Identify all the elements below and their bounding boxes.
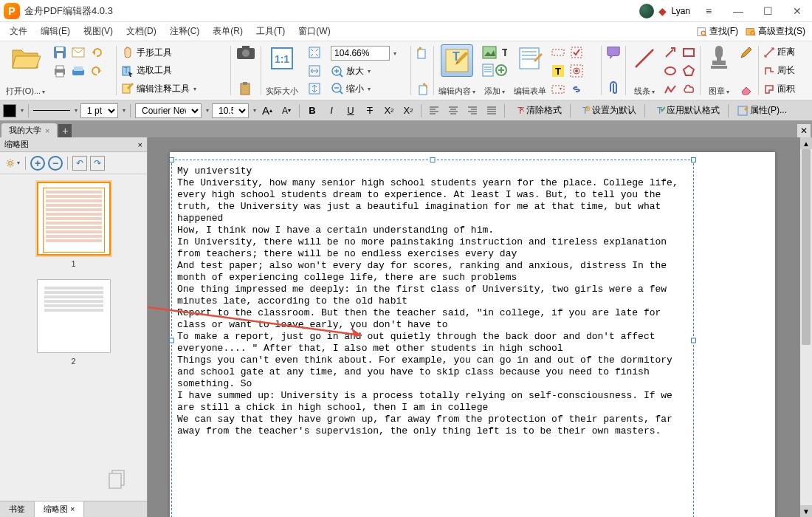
scroll-thumb[interactable] [802,149,811,345]
rotate-right-icon[interactable] [414,81,430,97]
line-width-select[interactable]: 1 pt [80,103,118,118]
properties-button[interactable]: 属性(P)... [733,103,791,118]
align-right-icon[interactable] [464,103,481,118]
sticky-note-icon[interactable] [605,44,622,61]
menu-edit[interactable]: 编辑(E) [35,23,76,40]
arrow-icon[interactable] [662,44,678,61]
link-tool-icon[interactable] [568,81,585,97]
pentagon-icon[interactable] [681,63,697,79]
pencil-icon[interactable] [738,44,754,61]
add-label[interactable]: 添加▾ [484,86,505,97]
close-button[interactable]: ✕ [786,4,808,18]
save-icon[interactable] [52,44,68,61]
menu-file[interactable]: 文件 [4,23,33,40]
underline-icon[interactable]: U [343,103,359,118]
fit-height-icon[interactable] [306,81,323,97]
area-button[interactable]: 面积 [763,83,795,95]
thumbnails-tab[interactable]: 缩略图 × [35,501,84,517]
minimize-button[interactable]: — [727,4,749,18]
resize-handle[interactable] [691,157,696,162]
undo-icon[interactable] [89,44,105,61]
font-size-select[interactable]: 10.5 p [212,103,249,118]
edit-content-label[interactable]: 编辑内容▾ [438,86,475,97]
apply-default-button[interactable]: T应用默认格式 [650,103,723,118]
hand-tool-button[interactable]: 手形工具 [121,46,172,59]
add-image-icon[interactable]: T [481,44,508,61]
menu-tools[interactable]: 工具(T) [250,23,291,40]
radio-icon[interactable] [568,63,585,79]
edit-content-icon[interactable]: T [441,44,473,77]
perimeter-button[interactable]: 周长 [763,64,795,77]
edit-form-icon[interactable] [516,44,544,72]
text-color-swatch[interactable] [3,104,16,117]
polyline-icon[interactable] [662,81,678,97]
thumb-zoom-in-icon[interactable]: + [30,156,45,171]
menu-document[interactable]: 文档(D) [120,23,162,40]
open-label[interactable]: 打开(O)...▾ [6,86,45,97]
scroll-down-icon[interactable]: ▼ [800,505,812,517]
hamburger-icon[interactable]: ≡ [698,4,720,18]
maximize-button[interactable]: ☐ [757,4,779,18]
actual-size-icon[interactable]: 1:1 [268,44,296,72]
stamp-label[interactable]: 图章▾ [709,86,729,97]
resize-handle[interactable] [430,157,436,162]
strikethrough-icon[interactable]: T [362,103,378,118]
close-thumbnail-icon[interactable]: × [138,140,142,149]
menu-view[interactable]: 视图(V) [78,23,119,40]
attach-icon[interactable] [605,81,622,97]
thumbnail-item[interactable]: 1 [7,182,140,268]
document-text[interactable]: My university The University, how many s… [177,165,687,437]
scroll-up-icon[interactable]: ▲ [800,137,812,149]
add-doc-icon[interactable] [481,62,508,78]
distance-button[interactable]: 距离 [763,46,795,58]
menu-window[interactable]: 窗口(W) [292,23,336,40]
cloud-icon[interactable] [681,81,697,97]
clear-format-button[interactable]: T清除格式 [509,103,565,118]
increase-font-icon[interactable]: A▴ [259,103,275,118]
page-viewport[interactable]: My university The University, how many s… [148,137,800,517]
bold-icon[interactable]: B [304,103,320,118]
text-tool-icon[interactable]: T [550,63,566,79]
add-tab-button[interactable]: + [58,124,72,137]
fit-page-icon[interactable] [306,44,323,61]
thumb-rotate-ccw-icon[interactable]: ↶ [72,156,87,171]
redo-icon[interactable] [89,63,105,79]
combo-icon[interactable] [550,81,566,97]
align-justify-icon[interactable] [484,103,500,118]
line-icon[interactable] [630,44,658,72]
line-label[interactable]: 线条▾ [634,86,655,97]
email-icon[interactable] [70,44,86,61]
decrease-font-icon[interactable]: A▾ [278,103,295,118]
menu-comment[interactable]: 注释(C) [164,23,206,40]
camera-icon[interactable] [235,44,256,61]
advanced-find-button[interactable]: 高级查找(S) [743,24,808,39]
zoom-input[interactable] [331,46,390,61]
rect-icon[interactable] [681,44,697,61]
pdf-page[interactable]: My university The University, how many s… [170,152,775,517]
print-icon[interactable] [52,63,68,79]
edit-comment-tool-button[interactable]: 编辑注释工具▾ [121,82,196,95]
open-folder-icon[interactable] [11,44,41,71]
thumb-rotate-cw-icon[interactable]: ↷ [90,156,105,171]
scan-icon[interactable] [70,63,86,79]
line-style-preview[interactable] [33,110,70,111]
superscript-icon[interactable]: X2 [400,103,416,118]
avatar[interactable] [639,4,654,18]
clipboard-icon[interactable] [238,81,254,97]
set-default-button[interactable]: T设置为默认 [575,103,640,118]
gear-icon[interactable]: ▾ [4,155,21,171]
document-tab[interactable]: 我的大学 × [1,123,57,137]
zoom-out-button[interactable]: 缩小▾ [331,82,371,95]
zoom-in-button[interactable]: 放大▾ [331,65,371,78]
vertical-scrollbar[interactable]: ▲ ▼ [800,137,812,517]
scroll-track[interactable] [800,149,812,505]
thumbnail-page-1[interactable] [37,182,111,256]
menu-form[interactable]: 表单(R) [207,23,249,40]
close-tab-icon[interactable]: × [45,126,49,135]
eraser-icon[interactable] [738,81,754,97]
circle-icon[interactable] [662,63,678,79]
resize-handle[interactable] [169,338,174,343]
thumbnail-item[interactable]: 2 [7,279,140,366]
select-tool-button[interactable]: T选取工具 [121,64,172,78]
italic-icon[interactable]: I [323,103,340,118]
